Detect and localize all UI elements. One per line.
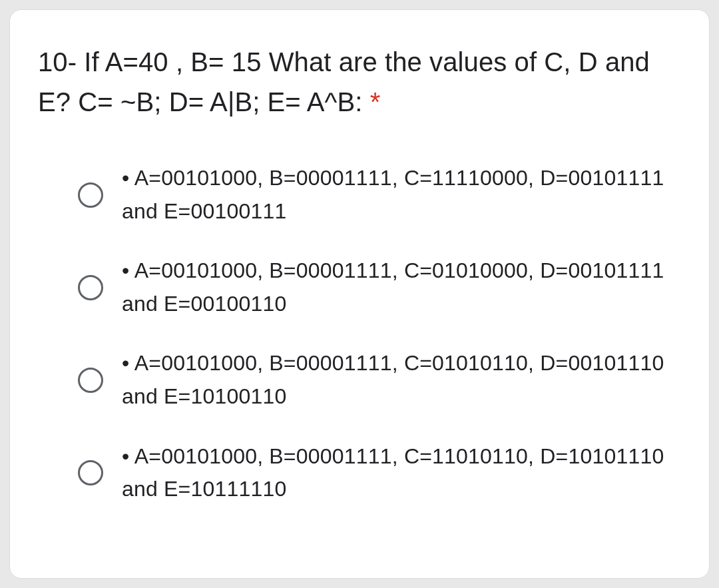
- option-2[interactable]: • A=00101000, B=00001111, C=01010000, D=…: [78, 254, 681, 320]
- radio-icon: [78, 368, 103, 393]
- option-label: • A=00101000, B=00001111, C=01010110, D=…: [122, 347, 681, 413]
- question-body: 10- If A=40 , B= 15 What are the values …: [38, 47, 650, 117]
- radio-icon: [78, 275, 103, 300]
- option-label: • A=00101000, B=00001111, C=11010110, D=…: [122, 440, 681, 506]
- question-card: 10- If A=40 , B= 15 What are the values …: [9, 9, 710, 579]
- radio-icon: [78, 460, 103, 485]
- question-text: 10- If A=40 , B= 15 What are the values …: [38, 42, 681, 122]
- required-asterisk: *: [370, 87, 381, 117]
- option-label: • A=00101000, B=00001111, C=11110000, D=…: [122, 162, 681, 228]
- option-label: • A=00101000, B=00001111, C=01010000, D=…: [122, 254, 681, 320]
- options-group: • A=00101000, B=00001111, C=11110000, D=…: [38, 162, 681, 506]
- option-3[interactable]: • A=00101000, B=00001111, C=01010110, D=…: [78, 347, 681, 413]
- option-1[interactable]: • A=00101000, B=00001111, C=11110000, D=…: [78, 162, 681, 228]
- radio-icon: [78, 182, 103, 208]
- option-4[interactable]: • A=00101000, B=00001111, C=11010110, D=…: [78, 440, 681, 506]
